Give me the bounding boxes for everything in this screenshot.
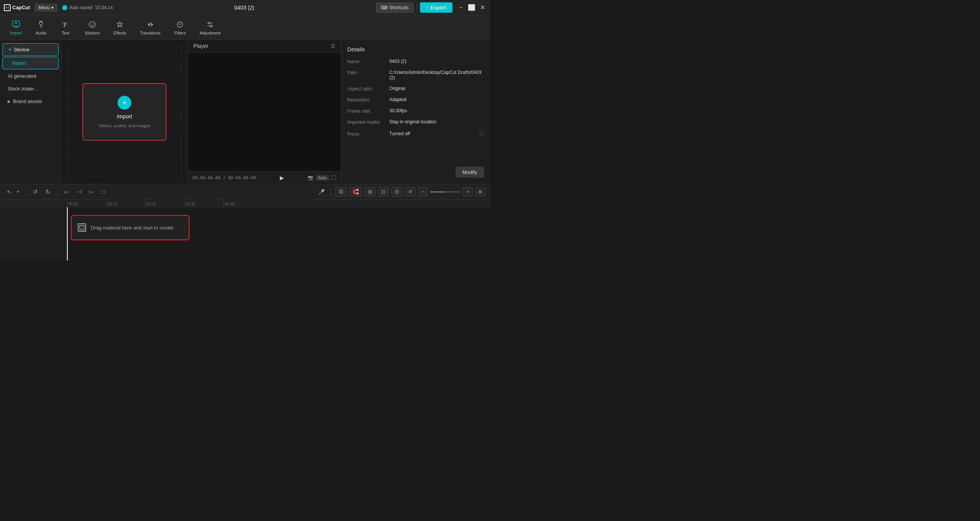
player-controls: 00:00:00:00 / 00:00:00:00 ▶ 📷 Ratio ⛶ [188, 171, 341, 184]
sidebar-item-stock-material[interactable]: Stock mater... [2, 83, 59, 95]
main-area: ▼ Device Import AI generated Stock mater… [0, 40, 490, 184]
close-button[interactable]: ✕ [479, 4, 486, 11]
minimize-button[interactable]: − [457, 4, 465, 11]
detail-proxy-label: Proxy: [347, 131, 389, 137]
svg-text:I: I [66, 22, 67, 26]
timeline-body: Drag material here and start to create [0, 207, 490, 260]
zoom-slider[interactable] [430, 191, 461, 193]
shortcuts-button[interactable]: ⌨ Shortcuts [376, 3, 414, 13]
tl-separator-2 [57, 188, 58, 196]
menu-button[interactable]: Menu ▾ [34, 3, 57, 12]
detail-path-value: C:/Users/Admin/Desktop/CapCut Drafts/040… [389, 70, 484, 80]
ruler-marks: 00:00 00:10 00:20 00:30 00:40 [67, 200, 490, 207]
undo-button[interactable]: ↺ [31, 187, 40, 197]
zoom-out-button[interactable]: − [418, 187, 428, 197]
logo: CapCut [4, 4, 30, 11]
svg-point-14 [210, 25, 212, 27]
ruler-mark-2: 00:20 [145, 200, 184, 207]
detail-proxy-value: Turned off [389, 131, 479, 136]
export-icon: ↑ [426, 5, 429, 10]
caption-button2[interactable]: ⊟ [391, 187, 402, 197]
detail-proxy-row: Proxy: Turned off ⓘ [347, 130, 484, 137]
select-tool-group: ↖ ▾ [5, 187, 21, 197]
fit-button[interactable]: ⊞ [475, 187, 485, 196]
detail-name-label: Name: [347, 59, 389, 64]
sidebar-item-device[interactable]: ▼ Device [2, 43, 59, 56]
detail-framerate-label: Frame rate: [347, 108, 389, 114]
magnet-button[interactable]: 🧲 [349, 187, 362, 197]
tool-import-label: Import [10, 31, 22, 35]
window-controls: − ⬜ ✕ [457, 4, 486, 11]
player-panel: Player ☰ 00:00:00:00 / 00:00:00:00 ▶ 📷 R… [188, 40, 341, 184]
detail-imported-media-label: Imported media: [347, 119, 389, 125]
top-right-controls: ⌨ Shortcuts ↑ Export − ⬜ ✕ [376, 2, 486, 13]
link-button[interactable]: ⛓ [335, 187, 347, 197]
drag-placeholder[interactable]: Drag material here and start to create [71, 215, 189, 240]
tool-effects[interactable]: Effects [106, 18, 133, 38]
select-dropdown-button[interactable]: ▾ [15, 188, 21, 195]
svg-rect-16 [80, 226, 84, 227]
tool-import[interactable]: Import [3, 18, 29, 38]
details-panel: Details Name: 0403 (2) Path: C:/Users/Ad… [341, 40, 490, 184]
details-title: Details [347, 46, 484, 52]
undo2-button[interactable]: ↺ [405, 187, 416, 197]
left-panel: ▼ Device Import AI generated Stock mater… [0, 40, 61, 184]
redo-button[interactable]: ↻ [43, 187, 53, 197]
mic-button[interactable]: 🎤 [316, 187, 327, 197]
detail-imported-media-row: Imported media: Stay in original locatio… [347, 119, 484, 125]
tl-separator-3 [331, 188, 331, 196]
tool-transitions[interactable]: Transitions [133, 18, 167, 38]
tool-stickers[interactable]: Stickers [78, 18, 106, 38]
tool-filters[interactable]: Filters [167, 18, 193, 38]
split-right-button[interactable]: ⊢ [87, 187, 96, 197]
ratio-button[interactable]: Ratio [316, 175, 329, 181]
tool-text[interactable]: T I Text [53, 18, 78, 38]
player-viewport [188, 52, 341, 171]
top-bar: CapCut Menu ▾ ✓ Auto saved: 15:34:14 040… [0, 0, 490, 15]
ruler-mark-3: 00:30 [184, 200, 223, 207]
svg-point-3 [39, 22, 42, 25]
logo-text: CapCut [12, 5, 30, 10]
tool-audio[interactable]: Audio [29, 18, 53, 38]
captions-button[interactable]: ⊡ [378, 187, 389, 197]
timeline-ruler: 00:00 00:10 00:20 00:30 00:40 [0, 200, 490, 207]
modify-button[interactable]: Modify [456, 167, 484, 178]
tool-adjustment-label: Adjustment [199, 31, 220, 35]
player-menu-icon[interactable]: ☰ [331, 43, 335, 49]
tool-text-label: Text [62, 31, 69, 35]
player-header: Player ☰ [188, 40, 341, 52]
timeline-tracks: Drag material here and start to create [67, 207, 490, 260]
fullscreen-button[interactable]: ⛶ [332, 175, 336, 180]
svg-rect-17 [80, 228, 84, 229]
tool-adjustment[interactable]: Adjustment [193, 18, 227, 38]
stickers-icon [88, 20, 97, 29]
svg-rect-15 [80, 225, 84, 230]
proxy-info-icon[interactable]: ⓘ [479, 130, 484, 137]
timeline-toolbar: ↖ ▾ ↺ ↻ ⊢ ⊣ ⊢ □ 🎤 ⛓ 🧲 ⊞ ⊡ ⊟ ↺ − + ⊞ [0, 184, 490, 200]
detail-aspect-row: Aspect ratio: Original [347, 86, 484, 92]
split-left-button[interactable]: ⊣ [75, 187, 84, 197]
split-button[interactable]: ⊢ [62, 187, 72, 197]
detail-path-row: Path: C:/Users/Admin/Desktop/CapCut Draf… [347, 70, 484, 80]
tool-audio-label: Audio [36, 31, 46, 35]
export-button[interactable]: ↑ Export [420, 2, 452, 13]
svg-point-6 [89, 21, 95, 28]
sidebar-item-import[interactable]: Import [2, 57, 59, 69]
import-icon [11, 20, 21, 29]
detail-framerate-value: 30.00fps [389, 108, 484, 113]
maximize-button[interactable]: ⬜ [468, 4, 475, 11]
select-tool-button[interactable]: ↖ [5, 187, 14, 197]
player-title: Player [193, 43, 209, 49]
delete-button[interactable]: □ [99, 187, 107, 197]
logo-icon [4, 4, 11, 11]
sidebar-item-ai-generated[interactable]: AI generated [2, 70, 59, 82]
play-button[interactable]: ▶ [280, 175, 284, 181]
tool-effects-label: Effects [113, 31, 126, 35]
filters-icon [175, 20, 185, 29]
sidebar-item-brand-assets[interactable]: ▶ Brand assets [2, 95, 59, 107]
snapshot-button[interactable]: 📷 [308, 175, 314, 180]
zoom-in-button[interactable]: + [463, 187, 473, 197]
audio-icon [36, 20, 46, 29]
tl-right-tools: 🎤 ⛓ 🧲 ⊞ ⊡ ⊟ ↺ − + ⊞ [316, 187, 485, 197]
align-button[interactable]: ⊞ [364, 187, 376, 197]
